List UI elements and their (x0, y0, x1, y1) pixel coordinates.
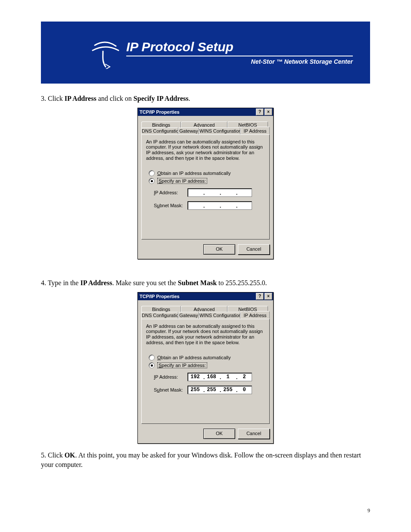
ip-address-label: IP Address: (154, 374, 187, 380)
tab-gateway[interactable]: Gateway (178, 312, 199, 319)
banner-subtitle: Net-Stor ™ Network Storage Center (126, 58, 370, 65)
tab-advanced[interactable]: Advanced (181, 121, 227, 128)
subnet-mask-input[interactable]: 255. 255. 255. 0 (187, 386, 252, 394)
radio-obtain-auto[interactable]: Obtain an IP address automatically (149, 355, 265, 361)
ip-address-input[interactable]: . . . (187, 188, 252, 197)
tab-gateway[interactable]: Gateway (178, 128, 199, 134)
ok-button[interactable]: OK (203, 429, 235, 439)
tab-wins[interactable]: WINS Configuration (199, 128, 240, 134)
ip-address-input[interactable]: 192. 168. 1. 2 (187, 373, 252, 381)
radio-icon (149, 362, 155, 368)
titlebar: TCP/IP Properties ? × (138, 292, 273, 300)
page-number: 9 (367, 507, 370, 514)
radio-icon (149, 355, 155, 361)
tab-bindings[interactable]: Bindings (141, 121, 181, 128)
close-button[interactable]: × (265, 109, 272, 115)
help-button[interactable]: ? (256, 109, 264, 115)
tab-advanced[interactable]: Advanced (181, 306, 227, 312)
step-3-text: 3. Click IP Address and click on Specify… (41, 94, 370, 103)
radio-specify-ip[interactable]: Specify an IP address: (149, 178, 265, 184)
ok-button[interactable]: OK (203, 244, 235, 255)
tab-ip-address[interactable]: IP Address (240, 127, 270, 134)
tab-dns[interactable]: DNS Configuration (141, 128, 178, 134)
banner-title: IP Protocol Setup (126, 40, 370, 54)
tab-bindings[interactable]: Bindings (141, 306, 181, 312)
cancel-button[interactable]: Cancel (238, 429, 270, 439)
cancel-button[interactable]: Cancel (238, 244, 270, 255)
step-4-text: 4. Type in the IP Address. Make sure you… (41, 278, 370, 288)
dialog-title: TCP/IP Properties (140, 109, 255, 115)
radio-specify-ip[interactable]: Specify an IP address: (149, 362, 265, 368)
step-5-text: 5. Click OK. At this point, you may be a… (41, 451, 370, 469)
header-banner: IP Protocol Setup Net-Stor ™ Network Sto… (41, 22, 370, 84)
logo-icon (88, 37, 123, 69)
subnet-mask-label: Subnet Mask: (154, 387, 187, 392)
radio-icon (149, 170, 155, 176)
dialog-description: An IP address can be automatically assig… (146, 324, 265, 345)
radio-obtain-auto[interactable]: Obtain an IP address automatically (149, 170, 265, 176)
tcpip-dialog-2: TCP/IP Properties ? × Bindings Advanced … (137, 292, 274, 444)
tcpip-dialog-1: TCP/IP Properties ? × Bindings Advanced … (137, 108, 274, 260)
ip-address-label: IP Address: (154, 190, 187, 195)
tab-ip-address[interactable]: IP Address (240, 311, 270, 319)
tab-wins[interactable]: WINS Configuration (199, 312, 240, 319)
subnet-mask-input[interactable]: . . . (187, 201, 252, 210)
subnet-mask-label: Subnet Mask: (154, 203, 187, 208)
dialog-title: TCP/IP Properties (140, 294, 255, 299)
help-button[interactable]: ? (256, 293, 264, 300)
close-button[interactable]: × (265, 293, 272, 300)
tab-dns[interactable]: DNS Configuration (141, 312, 178, 319)
dialog-description: An IP address can be automatically assig… (146, 139, 265, 161)
radio-icon (149, 178, 155, 184)
titlebar: TCP/IP Properties ? × (138, 108, 273, 116)
